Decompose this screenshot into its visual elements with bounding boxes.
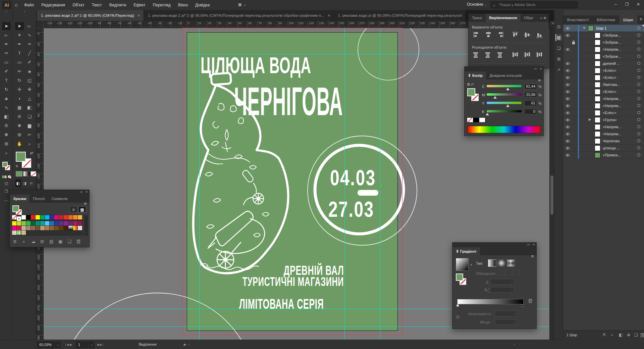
eyedropper-tool[interactable]: ✇ xyxy=(2,122,11,130)
swatch-23[interactable] xyxy=(45,221,50,226)
tab-swatches[interactable]: Зразки xyxy=(10,195,30,203)
search-input[interactable]: ⌕ Пошук у Adobe Stock xyxy=(490,1,578,8)
target-circle-icon[interactable] xyxy=(637,41,640,44)
visibility-eye-icon[interactable] xyxy=(565,125,570,129)
layer-row[interactable]: <Напрям... xyxy=(563,46,644,53)
tab-color-guide[interactable]: Довідник кольорів xyxy=(486,71,525,80)
selection-tool[interactable]: ➤ xyxy=(2,22,11,30)
swatch-10[interactable] xyxy=(54,215,59,220)
gradient-fill-button[interactable] xyxy=(23,171,30,177)
restore-button[interactable]: ❐ xyxy=(621,0,633,9)
new-sublayer-icon[interactable]: ⊕ xyxy=(627,333,630,337)
channel-slider-M[interactable] xyxy=(487,93,522,96)
layer-thumbnail[interactable] xyxy=(595,61,600,66)
fill-color-swatch[interactable] xyxy=(467,88,475,96)
target-circle-icon[interactable] xyxy=(637,69,640,72)
spectrum-bar[interactable] xyxy=(467,126,541,133)
type-tool[interactable]: T xyxy=(2,77,11,85)
swatch-34[interactable] xyxy=(26,226,31,231)
collapse-icon[interactable]: «« xyxy=(527,243,530,246)
hscroll-right-arrow[interactable]: › xyxy=(514,343,515,346)
color-themes-icon[interactable]: ◑ xyxy=(22,239,25,244)
swatch-32[interactable] xyxy=(17,226,21,231)
align-vertical-top-button[interactable] xyxy=(512,31,519,38)
layer-thumbnail[interactable] xyxy=(595,33,600,38)
visibility-eye-icon[interactable] xyxy=(565,132,570,136)
swatch-9[interactable] xyxy=(50,215,54,220)
target-circle-icon[interactable] xyxy=(637,146,640,149)
channel-value-M[interactable]: 23,96 xyxy=(524,92,537,98)
menu-2[interactable]: Редагування xyxy=(42,3,65,7)
pen-tool[interactable]: ✒ xyxy=(15,40,24,48)
swap-fill-stroke-icon[interactable]: ⇄ xyxy=(30,151,33,155)
layer-thumbnail[interactable] xyxy=(595,152,600,158)
swatch-30[interactable] xyxy=(78,221,83,226)
narrow-toolbar-header[interactable]: »∙∙∙∙∙∙ xyxy=(0,10,13,21)
collect-export-icon[interactable]: ⇱ xyxy=(603,333,606,337)
target-circle-icon[interactable] xyxy=(637,97,640,100)
layer-row[interactable]: цілюща ... xyxy=(563,145,644,152)
swatch-24[interactable] xyxy=(50,221,54,226)
expand-chevron-icon[interactable]: ▶ xyxy=(589,118,591,121)
swatch-11[interactable] xyxy=(59,215,64,220)
curvature-pen-tool[interactable]: ✑ xyxy=(25,40,34,48)
color-type-mini-bar[interactable] xyxy=(2,173,11,180)
hscroll-left-arrow[interactable]: ‹ xyxy=(189,343,189,346)
rotate-tool[interactable]: ↻ xyxy=(15,77,24,85)
zoom-tool[interactable]: ⌕ xyxy=(25,140,34,148)
last-artboard-button[interactable]: ▶ ▶❘ xyxy=(97,343,104,346)
fill-color-swatch[interactable] xyxy=(16,152,26,162)
distribute-left-button[interactable] xyxy=(512,51,519,58)
slider-thumb[interactable] xyxy=(486,113,489,115)
swatch-4[interactable] xyxy=(26,215,31,220)
layer-row[interactable]: <Напрям... xyxy=(563,102,644,109)
swatch-8[interactable] xyxy=(45,215,50,220)
menu-3[interactable]: Об'єкт xyxy=(72,3,85,7)
layer-name[interactable]: <Напрям... xyxy=(603,104,621,108)
visibility-eye-icon[interactable] xyxy=(565,34,570,37)
direct-selection-tool[interactable]: ▻ xyxy=(25,22,34,30)
poster-address-line2[interactable]: ТУРИСТИЧНІ МАГАЗИНИ xyxy=(243,276,344,288)
date-separator-bar[interactable] xyxy=(358,190,378,196)
clipping-mask-icon[interactable]: ◧ xyxy=(619,333,623,337)
channel-slider-C[interactable] xyxy=(487,85,522,87)
swatch-41[interactable] xyxy=(59,226,64,231)
vertical-ruler[interactable]: -100102030405060708090100110120130140150… xyxy=(36,28,44,340)
rectangle-tool[interactable]: ▭ xyxy=(15,58,24,66)
target-circle-icon[interactable] xyxy=(637,139,640,142)
gradient-type-freeform[interactable] xyxy=(507,259,515,267)
target-circle-icon[interactable] xyxy=(637,76,640,79)
gradient-thumbnail[interactable] xyxy=(456,258,469,271)
swatch-35[interactable] xyxy=(31,226,36,231)
layer-name[interactable]: <Зображ... xyxy=(603,33,621,37)
swatch-38[interactable] xyxy=(45,226,50,231)
close-icon[interactable]: ✕ xyxy=(532,243,535,246)
poster-date-to[interactable]: 27.03 xyxy=(328,199,374,220)
menu-6[interactable]: Ефект xyxy=(133,3,145,7)
gradient-tool[interactable] xyxy=(25,104,34,112)
layer-name[interactable]: <Напрям... xyxy=(603,97,621,101)
poster-title-top[interactable]: ЦІЛЮЩА ВОДА xyxy=(201,54,311,77)
layer-thumbnail[interactable] xyxy=(595,138,600,144)
shaper-tool[interactable]: ✏ xyxy=(15,67,24,76)
menu-5[interactable]: Виділити xyxy=(109,3,126,7)
swatch-44[interactable] xyxy=(73,226,78,231)
visibility-eye-icon[interactable] xyxy=(565,97,570,101)
swatch-18[interactable] xyxy=(21,221,26,226)
visibility-eye-icon[interactable] xyxy=(565,153,570,157)
list-view-button[interactable]: ≡ xyxy=(69,206,77,213)
swatch-36[interactable] xyxy=(36,226,40,231)
home-icon[interactable]: ⌂ xyxy=(15,2,17,7)
transform-panel-icon[interactable]: ⊡ xyxy=(555,23,562,30)
selection-tool[interactable]: ➤ xyxy=(15,22,24,30)
swatch-39[interactable] xyxy=(50,226,54,231)
gradient-stop-left[interactable] xyxy=(457,304,459,307)
artboard-tool[interactable]: ⊞ xyxy=(2,140,11,148)
layer-name[interactable]: <Прямок... xyxy=(603,153,621,157)
menu-1[interactable]: Файл xyxy=(24,3,34,7)
layer-name[interactable]: цілюща ... xyxy=(603,146,620,150)
target-circle-icon[interactable] xyxy=(637,55,640,58)
target-circle-icon[interactable] xyxy=(637,27,640,30)
fill-color-swatch[interactable] xyxy=(12,205,19,212)
main-toolbar-header[interactable]: «∙∙∙∙∙∙∙∙ xyxy=(13,10,36,21)
